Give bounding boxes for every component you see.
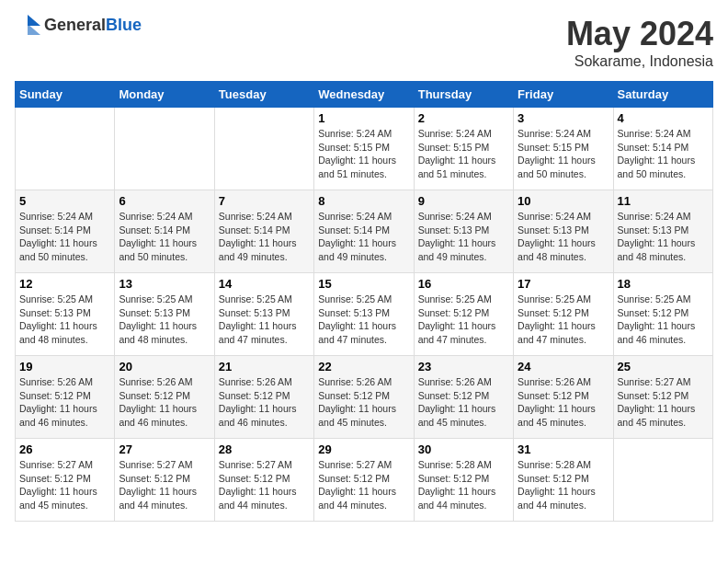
cell-details: Sunrise: 5:25 AM Sunset: 5:13 PM Dayligh… bbox=[318, 293, 409, 347]
calendar-cell: 29Sunrise: 5:27 AM Sunset: 5:12 PM Dayli… bbox=[314, 439, 414, 522]
cell-details: Sunrise: 5:24 AM Sunset: 5:15 PM Dayligh… bbox=[318, 127, 409, 181]
logo-general: General bbox=[44, 16, 106, 34]
day-number: 13 bbox=[119, 277, 210, 291]
cell-details: Sunrise: 5:25 AM Sunset: 5:13 PM Dayligh… bbox=[219, 293, 310, 347]
cell-details: Sunrise: 5:26 AM Sunset: 5:12 PM Dayligh… bbox=[119, 375, 210, 430]
calendar-cell: 18Sunrise: 5:25 AM Sunset: 5:12 PM Dayli… bbox=[613, 273, 712, 356]
logo: GeneralBlue bbox=[15, 15, 142, 35]
cell-details: Sunrise: 5:24 AM Sunset: 5:13 PM Dayligh… bbox=[418, 210, 509, 264]
cell-details: Sunrise: 5:26 AM Sunset: 5:12 PM Dayligh… bbox=[219, 375, 310, 430]
day-number: 25 bbox=[618, 360, 709, 373]
calendar-cell: 26Sunrise: 5:27 AM Sunset: 5:12 PM Dayli… bbox=[16, 439, 115, 522]
cell-details: Sunrise: 5:27 AM Sunset: 5:12 PM Dayligh… bbox=[119, 458, 210, 512]
day-number: 2 bbox=[418, 111, 509, 125]
calendar-cell: 7Sunrise: 5:24 AM Sunset: 5:14 PM Daylig… bbox=[214, 190, 313, 273]
calendar-cell: 16Sunrise: 5:25 AM Sunset: 5:12 PM Dayli… bbox=[414, 273, 513, 356]
calendar-cell: 31Sunrise: 5:28 AM Sunset: 5:12 PM Dayli… bbox=[514, 439, 613, 522]
calendar-cell: 15Sunrise: 5:25 AM Sunset: 5:13 PM Dayli… bbox=[314, 273, 414, 356]
cell-details: Sunrise: 5:26 AM Sunset: 5:12 PM Dayligh… bbox=[318, 375, 409, 430]
cell-details: Sunrise: 5:28 AM Sunset: 5:12 PM Dayligh… bbox=[518, 458, 609, 512]
weekday-header-sunday: Sunday bbox=[16, 82, 115, 108]
calendar-cell: 11Sunrise: 5:24 AM Sunset: 5:13 PM Dayli… bbox=[613, 190, 712, 273]
calendar-cell: 4Sunrise: 5:24 AM Sunset: 5:14 PM Daylig… bbox=[613, 108, 712, 190]
day-number: 28 bbox=[219, 442, 310, 456]
calendar-cell: 22Sunrise: 5:26 AM Sunset: 5:12 PM Dayli… bbox=[314, 356, 414, 439]
day-number: 21 bbox=[219, 360, 310, 373]
day-number: 24 bbox=[518, 360, 609, 373]
calendar-cell: 17Sunrise: 5:25 AM Sunset: 5:12 PM Dayli… bbox=[514, 273, 613, 356]
calendar-cell: 10Sunrise: 5:24 AM Sunset: 5:13 PM Dayli… bbox=[514, 190, 613, 273]
week-row-2: 5Sunrise: 5:24 AM Sunset: 5:14 PM Daylig… bbox=[16, 190, 713, 273]
cell-details: Sunrise: 5:24 AM Sunset: 5:13 PM Dayligh… bbox=[618, 210, 709, 264]
calendar-cell: 19Sunrise: 5:26 AM Sunset: 5:12 PM Dayli… bbox=[16, 356, 115, 439]
weekday-header-monday: Monday bbox=[115, 82, 214, 108]
cell-details: Sunrise: 5:26 AM Sunset: 5:12 PM Dayligh… bbox=[518, 375, 609, 430]
month-title: May 2024 bbox=[566, 15, 713, 53]
weekday-header-row: SundayMondayTuesdayWednesdayThursdayFrid… bbox=[16, 82, 713, 108]
calendar-cell: 25Sunrise: 5:27 AM Sunset: 5:12 PM Dayli… bbox=[613, 356, 712, 439]
cell-details: Sunrise: 5:24 AM Sunset: 5:14 PM Dayligh… bbox=[219, 210, 310, 264]
calendar-cell bbox=[115, 108, 214, 190]
day-number: 8 bbox=[318, 194, 409, 208]
day-number: 10 bbox=[518, 194, 609, 208]
calendar-cell: 13Sunrise: 5:25 AM Sunset: 5:13 PM Dayli… bbox=[115, 273, 214, 356]
logo-blue: Blue bbox=[106, 16, 142, 34]
title-area: May 2024 Sokarame, Indonesia bbox=[566, 15, 713, 70]
cell-details: Sunrise: 5:27 AM Sunset: 5:12 PM Dayligh… bbox=[19, 458, 110, 512]
weekday-header-wednesday: Wednesday bbox=[314, 82, 414, 108]
calendar-cell: 1Sunrise: 5:24 AM Sunset: 5:15 PM Daylig… bbox=[314, 108, 414, 190]
calendar-cell: 9Sunrise: 5:24 AM Sunset: 5:13 PM Daylig… bbox=[414, 190, 513, 273]
day-number: 11 bbox=[618, 194, 709, 208]
calendar-cell: 14Sunrise: 5:25 AM Sunset: 5:13 PM Dayli… bbox=[214, 273, 313, 356]
weekday-header-saturday: Saturday bbox=[613, 82, 712, 108]
day-number: 19 bbox=[19, 360, 110, 373]
day-number: 26 bbox=[19, 442, 110, 456]
cell-details: Sunrise: 5:24 AM Sunset: 5:14 PM Dayligh… bbox=[19, 210, 110, 264]
cell-details: Sunrise: 5:27 AM Sunset: 5:12 PM Dayligh… bbox=[618, 375, 709, 430]
week-row-3: 12Sunrise: 5:25 AM Sunset: 5:13 PM Dayli… bbox=[16, 273, 713, 356]
week-row-5: 26Sunrise: 5:27 AM Sunset: 5:12 PM Dayli… bbox=[16, 439, 713, 522]
calendar-cell: 6Sunrise: 5:24 AM Sunset: 5:14 PM Daylig… bbox=[115, 190, 214, 273]
calendar-cell bbox=[214, 108, 313, 190]
day-number: 6 bbox=[119, 194, 210, 208]
day-number: 16 bbox=[418, 277, 509, 291]
header: GeneralBlue May 2024 Sokarame, Indonesia bbox=[15, 15, 713, 70]
day-number: 17 bbox=[518, 277, 609, 291]
calendar-table: SundayMondayTuesdayWednesdayThursdayFrid… bbox=[15, 81, 713, 522]
day-number: 15 bbox=[318, 277, 409, 291]
cell-details: Sunrise: 5:26 AM Sunset: 5:12 PM Dayligh… bbox=[19, 375, 110, 430]
day-number: 7 bbox=[219, 194, 310, 208]
day-number: 5 bbox=[19, 194, 110, 208]
cell-details: Sunrise: 5:25 AM Sunset: 5:13 PM Dayligh… bbox=[19, 293, 110, 347]
cell-details: Sunrise: 5:26 AM Sunset: 5:12 PM Dayligh… bbox=[418, 375, 509, 430]
calendar-cell: 21Sunrise: 5:26 AM Sunset: 5:12 PM Dayli… bbox=[214, 356, 313, 439]
calendar-cell: 8Sunrise: 5:24 AM Sunset: 5:14 PM Daylig… bbox=[314, 190, 414, 273]
day-number: 12 bbox=[19, 277, 110, 291]
day-number: 18 bbox=[618, 277, 709, 291]
cell-details: Sunrise: 5:24 AM Sunset: 5:15 PM Dayligh… bbox=[518, 127, 609, 181]
calendar-cell: 12Sunrise: 5:25 AM Sunset: 5:13 PM Dayli… bbox=[16, 273, 115, 356]
day-number: 22 bbox=[318, 360, 409, 373]
cell-details: Sunrise: 5:25 AM Sunset: 5:12 PM Dayligh… bbox=[518, 293, 609, 347]
calendar-cell bbox=[16, 108, 115, 190]
cell-details: Sunrise: 5:24 AM Sunset: 5:14 PM Dayligh… bbox=[119, 210, 210, 264]
cell-details: Sunrise: 5:24 AM Sunset: 5:13 PM Dayligh… bbox=[518, 210, 609, 264]
day-number: 4 bbox=[618, 111, 709, 125]
calendar-cell: 5Sunrise: 5:24 AM Sunset: 5:14 PM Daylig… bbox=[16, 190, 115, 273]
calendar-cell bbox=[613, 439, 712, 522]
logo-icon bbox=[15, 15, 40, 35]
cell-details: Sunrise: 5:24 AM Sunset: 5:14 PM Dayligh… bbox=[318, 210, 409, 264]
day-number: 20 bbox=[119, 360, 210, 373]
cell-details: Sunrise: 5:28 AM Sunset: 5:12 PM Dayligh… bbox=[418, 458, 509, 512]
calendar-cell: 24Sunrise: 5:26 AM Sunset: 5:12 PM Dayli… bbox=[514, 356, 613, 439]
day-number: 29 bbox=[318, 442, 409, 456]
cell-details: Sunrise: 5:24 AM Sunset: 5:14 PM Dayligh… bbox=[618, 127, 709, 181]
week-row-4: 19Sunrise: 5:26 AM Sunset: 5:12 PM Dayli… bbox=[16, 356, 713, 439]
cell-details: Sunrise: 5:27 AM Sunset: 5:12 PM Dayligh… bbox=[219, 458, 310, 512]
weekday-header-thursday: Thursday bbox=[414, 82, 513, 108]
day-number: 31 bbox=[518, 442, 609, 456]
location-title: Sokarame, Indonesia bbox=[566, 53, 713, 70]
svg-marker-0 bbox=[28, 15, 40, 26]
day-number: 1 bbox=[318, 111, 409, 125]
day-number: 30 bbox=[418, 442, 509, 456]
